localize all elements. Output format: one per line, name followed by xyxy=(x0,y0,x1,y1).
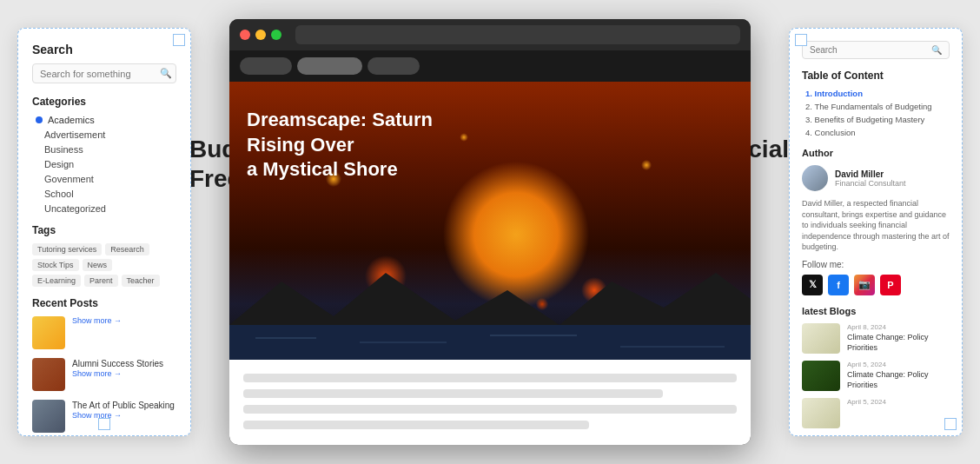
show-more-1[interactable]: Show more → xyxy=(72,316,176,325)
dot-yellow[interactable] xyxy=(255,30,266,40)
show-more-2[interactable]: Show more → xyxy=(72,369,176,378)
toc-item-2[interactable]: 2. The Fundamentals of Budgeting xyxy=(802,102,950,111)
content-line-2 xyxy=(243,389,663,398)
blog-item-1: April 8, 2024 Climate Change: Policy Pri… xyxy=(802,323,950,354)
tags-row-1: Tutoring services Research Stock Tips Ne… xyxy=(32,243,176,271)
social-facebook-icon[interactable]: f xyxy=(828,275,849,295)
category-item-government[interactable]: Govenment xyxy=(32,174,176,184)
tag-teacher[interactable]: Teacher xyxy=(122,275,160,287)
hero-section: Dreamscape: Saturn Rising Over a Mystica… xyxy=(229,82,751,360)
post-info-3: The Art of Public Speaking Show more → xyxy=(72,400,176,420)
category-item-academics[interactable]: Academics xyxy=(32,115,176,125)
svg-rect-1 xyxy=(229,325,751,360)
author-name: David Miller xyxy=(835,169,906,179)
search-icon: 🔍 xyxy=(160,68,172,79)
left-sidebar-panel: Search 🔍 Categories Academics Advertisem… xyxy=(17,28,191,436)
social-x-icon[interactable]: 𝕏 xyxy=(802,275,823,295)
tags-row-2: E-Learning Parent Teacher xyxy=(32,275,176,287)
tab-2[interactable] xyxy=(297,57,362,75)
latest-blogs-title: latest Blogs xyxy=(802,306,950,316)
show-more-3[interactable]: Show more → xyxy=(72,411,176,420)
search-input[interactable] xyxy=(40,69,160,79)
blog-info-1: April 8, 2024 Climate Change: Policy Pri… xyxy=(847,323,950,354)
toc-item-4[interactable]: 4. Conclusion xyxy=(802,128,950,137)
recent-post-3: The Art of Public Speaking Show more → xyxy=(32,400,176,433)
category-item-business[interactable]: Business xyxy=(32,144,176,155)
social-icons: 𝕏 f 📷 P xyxy=(802,275,950,295)
category-item-school[interactable]: School xyxy=(32,189,176,199)
tag-parent[interactable]: Parent xyxy=(84,275,118,287)
blog-item-2: April 5, 2024 Climate Change: Policy Pri… xyxy=(802,361,950,391)
tag-stocktips[interactable]: Stock Tips xyxy=(32,259,79,271)
right-search-icon: 🔍 xyxy=(931,45,942,55)
tag-tutoring[interactable]: Tutoring services xyxy=(32,243,102,255)
search-label: Search xyxy=(32,43,176,56)
url-bar[interactable] xyxy=(295,25,740,44)
author-card: David Miller Financial Consultant xyxy=(802,165,950,191)
tags-section: Tags Tutoring services Research Stock Ti… xyxy=(32,224,176,287)
blog-title-1[interactable]: Climate Change: Policy Priorities xyxy=(847,333,950,353)
content-line-4 xyxy=(243,421,589,429)
author-avatar xyxy=(802,165,828,191)
post-thumbnail-1 xyxy=(32,316,65,349)
tab-3[interactable] xyxy=(368,57,420,75)
categories-title: Categories xyxy=(32,96,176,108)
post-thumbnail-2 xyxy=(32,358,65,391)
author-role: Financial Consultant xyxy=(835,179,906,188)
blog-item-3: April 5, 2024 xyxy=(802,398,950,428)
blog-info-2: April 5, 2024 Climate Change: Policy Pri… xyxy=(847,361,950,391)
content-line-3 xyxy=(243,405,737,414)
blog-thumb-3 xyxy=(802,398,840,428)
toc-title: Table of Content xyxy=(802,70,950,82)
browser-titlebar xyxy=(229,19,751,50)
category-item-advertisement[interactable]: Advertisement xyxy=(32,129,176,140)
tab-1[interactable] xyxy=(240,57,292,75)
right-search-input[interactable] xyxy=(810,45,931,55)
browser-content: Dreamscape: Saturn Rising Over a Mystica… xyxy=(229,50,751,445)
browser-window: Dreamscape: Saturn Rising Over a Mystica… xyxy=(229,19,751,445)
toc-item-3[interactable]: 3. Benefits of Budgeting Mastery xyxy=(802,115,950,124)
recent-post-1: Show more → xyxy=(32,316,176,349)
post-title-3: The Art of Public Speaking xyxy=(72,400,176,411)
category-item-design[interactable]: Design xyxy=(32,159,176,169)
author-title: Author xyxy=(802,148,950,158)
toc-item-1[interactable]: 1. Introduction xyxy=(802,89,950,98)
dot-green[interactable] xyxy=(271,30,281,40)
content-line-1 xyxy=(243,374,737,382)
author-section: Author David Miller Financial Consultant… xyxy=(802,148,950,295)
social-instagram-icon[interactable]: 📷 xyxy=(854,275,875,295)
blog-date-1: April 8, 2024 xyxy=(847,323,950,331)
category-item-uncategorized[interactable]: Uncategorized xyxy=(32,203,176,214)
blog-title-2[interactable]: Climate Change: Policy Priorities xyxy=(847,370,950,390)
tag-news[interactable]: News xyxy=(83,259,113,271)
blog-thumb-1 xyxy=(802,323,840,354)
tag-research[interactable]: Research xyxy=(105,243,149,255)
post-info-2: Alumni Success Stories Show more → xyxy=(72,358,176,378)
search-box[interactable]: 🔍 xyxy=(32,63,176,83)
hero-title: Dreamscape: Saturn Rising Over a Mystica… xyxy=(247,108,490,182)
mountain-silhouette xyxy=(229,255,751,360)
article-tabs xyxy=(229,50,751,82)
author-bio: David Miller, a respected financial cons… xyxy=(802,198,950,253)
post-title-2: Alumni Success Stories xyxy=(72,358,176,369)
social-pinterest-icon[interactable]: P xyxy=(880,275,901,295)
recent-post-2: Alumni Success Stories Show more → xyxy=(32,358,176,391)
article-body xyxy=(229,360,751,445)
blog-info-3: April 5, 2024 xyxy=(847,398,950,428)
follow-label: Follow me: xyxy=(802,260,950,269)
post-thumbnail-3 xyxy=(32,400,65,433)
blog-date-3: April 5, 2024 xyxy=(847,398,950,406)
author-details: David Miller Financial Consultant xyxy=(835,169,906,188)
dot-red[interactable] xyxy=(240,30,250,40)
tag-elearning[interactable]: E-Learning xyxy=(32,275,81,287)
right-search-box[interactable]: 🔍 xyxy=(802,41,950,59)
category-dot xyxy=(36,116,43,123)
tags-title: Tags xyxy=(32,224,176,236)
recent-posts-title: Recent Posts xyxy=(32,297,176,309)
post-info-1: Show more → xyxy=(72,316,176,325)
blog-thumb-2 xyxy=(802,361,840,391)
right-sidebar-panel: 🔍 Table of Content 1. Introduction 2. Th… xyxy=(789,28,963,436)
blog-date-2: April 5, 2024 xyxy=(847,361,950,368)
